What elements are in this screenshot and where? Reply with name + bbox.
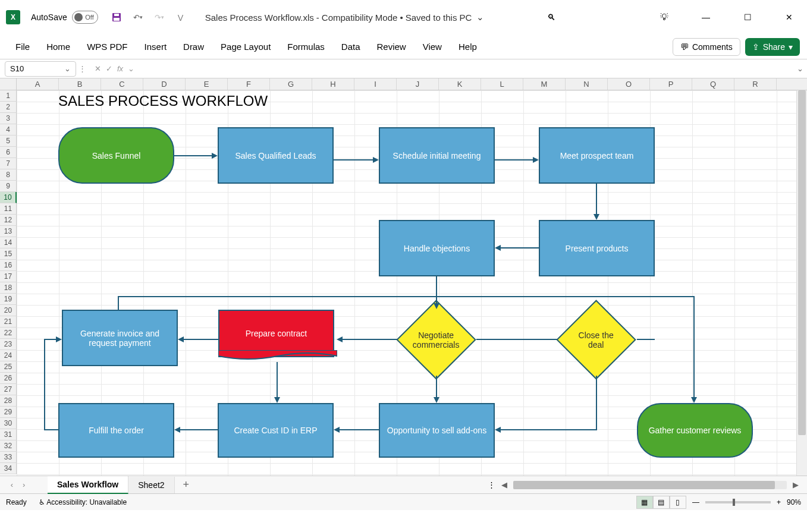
redo-icon[interactable]: ↷▾	[153, 11, 166, 24]
tab-pagelayout[interactable]: Page Layout	[212, 37, 279, 56]
row-header[interactable]: 8	[0, 169, 17, 181]
row-header[interactable]: 17	[0, 271, 17, 282]
share-button[interactable]: ⇪ Share ▾	[745, 38, 800, 56]
row-header[interactable]: 21	[0, 316, 17, 328]
col-header[interactable]: O	[608, 78, 650, 90]
col-header[interactable]: B	[59, 78, 101, 90]
hscroll-thumb[interactable]	[513, 481, 775, 489]
shape-meet-prospect[interactable]: Meet prospect team	[539, 127, 655, 184]
tab-home[interactable]: Home	[38, 37, 78, 56]
zoom-in-button[interactable]: +	[777, 498, 781, 506]
row-header[interactable]: 4	[0, 124, 17, 136]
page-layout-view-icon[interactable]: ▤	[653, 496, 670, 509]
row-header[interactable]: 20	[0, 305, 17, 316]
hscroll-more-icon[interactable]: ⋮	[488, 480, 495, 489]
add-sheet-button[interactable]: +	[175, 476, 198, 493]
row-header[interactable]: 25	[0, 361, 17, 373]
diagram-title[interactable]: SALES PROCESS WORKFLOW	[58, 93, 268, 109]
row-header[interactable]: 5	[0, 136, 17, 147]
hscroll-right-icon[interactable]: ▶	[790, 480, 801, 489]
shape-fulfill-order[interactable]: Fulfill the order	[58, 403, 174, 458]
zoom-out-button[interactable]: —	[692, 498, 699, 506]
col-header[interactable]: K	[439, 78, 481, 90]
tab-help[interactable]: Help	[450, 37, 485, 56]
chevron-down-icon[interactable]: ⌄	[128, 64, 134, 73]
formula-expand-icon[interactable]: ⌄	[793, 64, 807, 73]
tab-review[interactable]: Review	[369, 37, 415, 56]
col-header[interactable]: C	[101, 78, 143, 90]
shape-present-products[interactable]: Present products	[539, 220, 655, 276]
col-header[interactable]: M	[523, 78, 566, 90]
chevron-down-icon[interactable]: ⌄	[64, 64, 71, 73]
row-header[interactable]: 1	[0, 90, 17, 102]
comments-button[interactable]: 💬︎ Comments	[673, 38, 740, 56]
tab-data[interactable]: Data	[333, 37, 369, 56]
row-header[interactable]: 10	[0, 192, 17, 203]
scroll-thumb[interactable]	[798, 90, 806, 435]
col-header[interactable]: N	[566, 78, 608, 90]
save-icon[interactable]	[110, 11, 123, 24]
tab-draw[interactable]: Draw	[175, 37, 212, 56]
row-header[interactable]: 28	[0, 395, 17, 407]
row-header[interactable]: 18	[0, 282, 17, 294]
tab-formulas[interactable]: Formulas	[279, 37, 333, 56]
row-header[interactable]: 14	[0, 237, 17, 248]
select-all-corner[interactable]	[0, 78, 17, 90]
row-header[interactable]: 31	[0, 429, 17, 440]
row-header[interactable]: 34	[0, 463, 17, 474]
row-header[interactable]: 6	[0, 147, 17, 158]
hscroll-track[interactable]	[513, 481, 787, 489]
tab-wpspdf[interactable]: WPS PDF	[78, 37, 136, 56]
toggle-switch[interactable]: Off	[72, 11, 98, 24]
autosave-toggle[interactable]: AutoSave Off	[31, 11, 98, 24]
enter-icon[interactable]: ✓	[106, 64, 112, 73]
normal-view-icon[interactable]: ▦	[636, 496, 653, 509]
tab-file[interactable]: File	[7, 37, 38, 56]
row-header[interactable]: 9	[0, 181, 17, 192]
name-box[interactable]: S10 ⌄	[5, 61, 76, 77]
row-header[interactable]: 16	[0, 260, 17, 271]
shape-handle-objections[interactable]: Handle objections	[379, 220, 495, 276]
row-header[interactable]: 19	[0, 294, 17, 305]
row-header[interactable]: 13	[0, 226, 17, 237]
col-header[interactable]: G	[270, 78, 312, 90]
lightbulb-icon[interactable]: 💡︎	[652, 8, 676, 26]
fx-icon[interactable]: fx	[117, 64, 123, 73]
cells-canvas[interactable]: SALES PROCESS WORKFLOW Sales Funnel Sale…	[17, 90, 796, 476]
row-header[interactable]: 32	[0, 440, 17, 452]
minimize-button[interactable]: —	[694, 8, 718, 26]
row-header[interactable]: 22	[0, 328, 17, 339]
sheet-tab-sheet2[interactable]: Sheet2	[128, 477, 174, 493]
col-header[interactable]: I	[354, 78, 397, 90]
col-header[interactable]: J	[397, 78, 439, 90]
hscroll-left-icon[interactable]: ◀	[499, 480, 510, 489]
row-header[interactable]: 27	[0, 384, 17, 395]
shape-sales-qualified-leads[interactable]: Sales Qualified Leads	[218, 127, 334, 184]
prev-sheet-icon[interactable]: ‹	[11, 480, 13, 489]
shape-opportunity[interactable]: Opportunity to sell add-ons	[379, 403, 495, 458]
col-header[interactable]: P	[650, 78, 692, 90]
row-header[interactable]: 15	[0, 248, 17, 260]
shape-generate-invoice[interactable]: Generate invoice and request payment	[62, 310, 178, 366]
qat-more-icon[interactable]: ⋁	[174, 11, 187, 24]
formula-input[interactable]	[140, 61, 793, 77]
col-header[interactable]: H	[312, 78, 354, 90]
shape-schedule-meeting[interactable]: Schedule initial meeting	[379, 127, 495, 184]
next-sheet-icon[interactable]: ›	[23, 480, 25, 489]
cancel-icon[interactable]: ✕	[95, 64, 101, 73]
row-header[interactable]: 33	[0, 452, 17, 463]
vertical-scrollbar[interactable]	[796, 90, 807, 476]
row-header[interactable]: 23	[0, 339, 17, 350]
row-header[interactable]: 3	[0, 113, 17, 124]
col-header[interactable]: Q	[692, 78, 734, 90]
page-break-view-icon[interactable]: ▯	[670, 496, 686, 509]
shape-create-cust-id[interactable]: Create Cust ID in ERP	[218, 403, 334, 458]
row-header[interactable]: 26	[0, 373, 17, 384]
col-header[interactable]: A	[17, 78, 59, 90]
col-header[interactable]: D	[143, 78, 186, 90]
tab-insert[interactable]: Insert	[136, 37, 175, 56]
tab-view[interactable]: View	[415, 37, 450, 56]
row-header[interactable]: 29	[0, 407, 17, 418]
accessibility-status[interactable]: ♿︎ Accessibility: Unavailable	[39, 498, 127, 506]
chevron-down-icon[interactable]: ⌄	[476, 12, 484, 23]
